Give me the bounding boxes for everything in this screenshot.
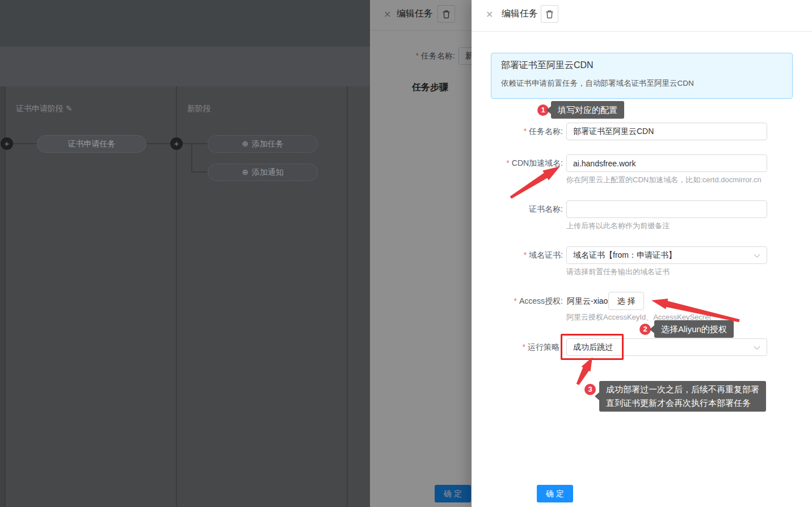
add-circle-icon: ⊕ xyxy=(242,167,249,177)
domain-cert-label: 域名证书: xyxy=(472,246,563,264)
cert-name-label: 证书名称: xyxy=(472,200,563,218)
connector-line xyxy=(191,171,208,173)
domain-cert-select[interactable]: 域名证书【from：申请证书】 xyxy=(566,246,767,264)
edit-pencil-icon[interactable]: ✎ xyxy=(66,104,73,113)
access-auth-label: Access授权: xyxy=(472,292,563,310)
cdn-domain-label: CDN加速域名: xyxy=(472,154,563,172)
plus-icon: + xyxy=(5,139,10,148)
domain-cert-help: 请选择前置任务输出的域名证书 xyxy=(566,267,670,277)
cert-name-help: 上传后将以此名称作为前缀备注 xyxy=(566,221,670,231)
step-3-callout: 成功部署过一次之后，后续不再重复部署 直到证书更新才会再次执行本部署任务 xyxy=(599,381,766,412)
add-task-button[interactable]: ⊕添加任务 xyxy=(208,135,318,153)
task-name-label: 任务名称: xyxy=(472,123,563,140)
connector-line xyxy=(191,143,192,173)
chevron-down-icon xyxy=(754,254,760,258)
header-divider xyxy=(472,31,812,32)
add-circle-icon: ⊕ xyxy=(242,139,249,148)
confirm-button[interactable]: 确 定 xyxy=(537,485,573,502)
connector-line xyxy=(183,143,191,144)
certd-pipeline-edit-page: 证书申请阶段 ✎ 新阶段 + + 证书申请任务 ⊕添加任务 ⊕添加通知 ✕ xyxy=(0,0,812,507)
edit-task-drawer: ✕ 编辑任务 部署证书至阿里云CDN 依赖证书申请前置任务，自动部署域名证书至阿… xyxy=(472,0,812,507)
chevron-down-icon xyxy=(754,346,760,350)
drawer-title: 编辑任务 xyxy=(502,8,538,20)
step-1-callout: 填写对应的配置 xyxy=(551,101,624,119)
stage-divider xyxy=(347,86,348,507)
task-node-cert-request[interactable]: 证书申请任务 xyxy=(37,135,146,153)
cdn-domain-input[interactable] xyxy=(566,154,767,172)
step-2-badge: 2 xyxy=(639,324,651,335)
stage-title-cert-request: 证书申请阶段 ✎ xyxy=(16,104,73,114)
add-stage-button[interactable]: + xyxy=(170,137,183,150)
connector-line xyxy=(191,143,208,144)
delete-task-button[interactable] xyxy=(541,5,558,23)
task-name-input[interactable] xyxy=(566,123,767,140)
access-auth-value: 阿里云-xiao xyxy=(567,292,608,310)
trash-icon xyxy=(545,10,554,19)
access-select-button[interactable]: 选 择 xyxy=(608,292,644,310)
plugin-info-alert: 部署证书至阿里云CDN 依赖证书申请前置任务，自动部署域名证书至阿里云CDN xyxy=(491,53,793,99)
plus-icon: + xyxy=(174,139,179,148)
connector-line xyxy=(146,143,170,144)
run-strategy-highlight-box xyxy=(561,334,624,360)
close-icon[interactable]: ✕ xyxy=(486,9,493,20)
add-notify-button[interactable]: ⊕添加通知 xyxy=(208,164,318,181)
plugin-title: 部署证书至阿里云CDN xyxy=(501,60,594,72)
step-2-callout: 选择Aliyun的授权 xyxy=(654,320,734,338)
stage-title-new-stage: 新阶段 xyxy=(187,104,211,114)
step-3-badge: 3 xyxy=(584,384,596,395)
run-strategy-label: 运行策略 xyxy=(472,338,559,356)
add-stage-button[interactable]: + xyxy=(1,137,13,150)
connector-line xyxy=(13,143,37,144)
cert-name-input[interactable] xyxy=(566,200,767,218)
cdn-domain-help: 你在阿里云上配置的CDN加速域名，比如:certd.docmirror.cn xyxy=(566,175,761,185)
plugin-description: 依赖证书申请前置任务，自动部署域名证书至阿里云CDN xyxy=(501,78,694,89)
